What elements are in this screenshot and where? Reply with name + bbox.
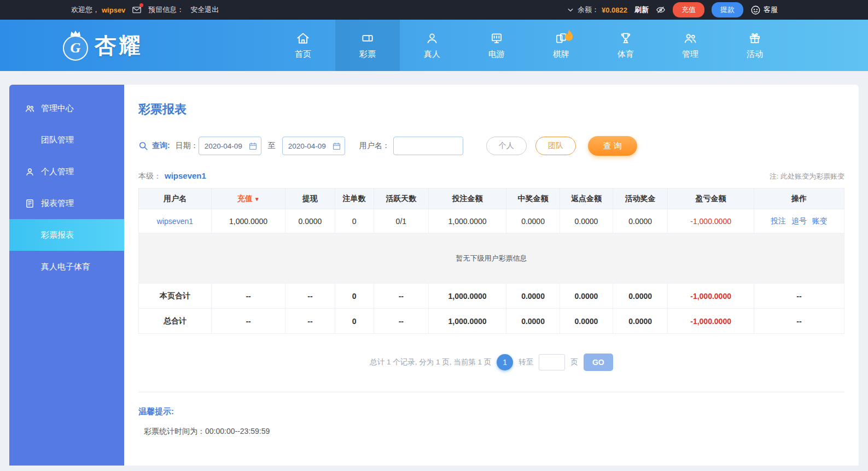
page-title: 彩票报表 xyxy=(138,101,844,117)
col-header-activity-bonus: 活动奖金 xyxy=(613,189,668,209)
col-header-withdraw: 提现 xyxy=(286,189,335,209)
goto-label: 转至 xyxy=(519,357,533,367)
gift-icon xyxy=(748,31,762,45)
cards-icon xyxy=(554,31,568,45)
table-header-row: 用户名 充值▼ 提现 注单数 活跃天数 投注金额 中奖金额 返点金额 活动奖金 … xyxy=(139,189,844,209)
sidebar-item-lottery-report[interactable]: 彩票报表 xyxy=(9,219,124,251)
balance-label: 余额： xyxy=(578,5,599,15)
to-label: 至 xyxy=(268,141,276,151)
customer-service-button[interactable]: 客服 xyxy=(750,5,778,15)
tips-title: 温馨提示: xyxy=(138,407,844,417)
nav-items: 首页 彩票 真人 电游 棋牌 体育 管理 xyxy=(271,20,787,71)
col-header-username: 用户名 xyxy=(139,189,212,209)
lottery-report-table: 用户名 充值▼ 提现 注单数 活跃天数 投注金额 中奖金额 返点金额 活动奖金 … xyxy=(138,188,844,334)
lottery-ticket-icon xyxy=(360,31,375,45)
grand-total-row: 总合计 -- -- 0 -- 1,000.0000 0.0000 0.0000 … xyxy=(139,309,844,334)
username-label: 用户名： xyxy=(359,141,390,151)
caret-down-icon[interactable] xyxy=(567,7,574,13)
sidebar-item-personal-manage[interactable]: 个人管理 xyxy=(9,156,124,187)
cell-rebate: 0.0000 xyxy=(560,209,613,233)
sidebar-item-report-manage[interactable]: 报表管理 xyxy=(9,187,124,219)
goto-page-input[interactable] xyxy=(539,354,565,370)
logout-link[interactable]: 安全退出 xyxy=(190,5,219,15)
action-account-change-link[interactable]: 账变 xyxy=(812,216,828,225)
row-username-link[interactable]: wipseven1 xyxy=(157,217,193,226)
withdraw-button[interactable]: 提款 xyxy=(712,2,743,17)
service-label: 客服 xyxy=(764,5,778,15)
nav-item-sports[interactable]: 体育 xyxy=(593,20,658,71)
username-input[interactable] xyxy=(393,137,463,155)
pagination-summary: 总计 1 个记录, 分为 1 页, 当前第 1 页 xyxy=(370,357,491,367)
tips-content: 彩票统计时间为：00:00:00--23:59:59 xyxy=(138,427,844,437)
col-header-active-days: 活跃天数 xyxy=(374,189,429,209)
nav-item-home[interactable]: 首页 xyxy=(271,20,335,71)
main-panel: 彩票报表 查询: 日期： 至 用户名： 个人 团队 查 询 本级： wipsev… xyxy=(124,85,859,466)
nav-item-lottery[interactable]: 彩票 xyxy=(335,20,400,71)
refresh-button[interactable]: 刷新 xyxy=(634,5,649,15)
brand-name: 杏耀 xyxy=(95,31,143,61)
users-icon xyxy=(25,103,35,114)
brand[interactable]: G 杏耀 xyxy=(63,30,143,61)
empty-row: 暂无下级用户彩票信息 xyxy=(139,233,844,284)
account-change-note: 注: 此处账变为彩票账变 xyxy=(770,172,844,181)
cell-bet-amount: 1,000.0000 xyxy=(429,209,506,233)
date-from-field xyxy=(199,137,261,155)
col-header-actions: 操作 xyxy=(754,189,844,209)
col-header-recharge[interactable]: 充值▼ xyxy=(211,189,285,209)
search-button[interactable]: 查 询 xyxy=(588,136,637,156)
date-to-input[interactable] xyxy=(282,137,345,155)
query-label: 查询: xyxy=(152,141,170,151)
table-row: wipseven1 1,000.0000 0.0000 0 0/1 1,000.… xyxy=(139,209,844,233)
date-to-field xyxy=(282,137,345,155)
action-bet-link[interactable]: 投注 xyxy=(771,216,786,225)
cell-active-days: 0/1 xyxy=(374,209,429,233)
service-icon xyxy=(750,5,761,15)
reserved-info-label: 预留信息： xyxy=(148,5,184,15)
cell-bet-count: 0 xyxy=(335,209,374,233)
nav-item-live[interactable]: 真人 xyxy=(400,20,464,71)
content-layout: 管理中心 团队管理 个人管理 报表管理 彩票报表 真人电子体育 彩票报表 查询:… xyxy=(9,85,859,466)
level-user-link[interactable]: wipseven1 xyxy=(165,171,206,180)
col-header-profit-loss: 盈亏金额 xyxy=(668,189,754,209)
sidebar: 管理中心 团队管理 个人管理 报表管理 彩票报表 真人电子体育 xyxy=(9,85,124,466)
col-header-bet-amount: 投注金额 xyxy=(429,189,506,209)
sidebar-item-team-manage[interactable]: 团队管理 xyxy=(9,124,124,156)
flame-icon xyxy=(562,29,576,45)
eye-slash-icon[interactable] xyxy=(656,5,666,15)
sidebar-item-admin-center[interactable]: 管理中心 xyxy=(9,92,124,124)
welcome-text: 欢迎您， xyxy=(71,5,100,15)
main-nav: G 杏耀 首页 彩票 真人 电游 棋牌 体育 xyxy=(0,20,868,71)
team-filter-button[interactable]: 团队 xyxy=(535,137,576,155)
date-from-input[interactable] xyxy=(199,137,261,155)
go-button[interactable]: GO xyxy=(584,354,613,371)
level-label: 本级： xyxy=(138,172,161,181)
search-bar: 查询: 日期： 至 用户名： 个人 团队 查 询 xyxy=(138,136,844,156)
trophy-icon xyxy=(619,31,633,45)
report-icon xyxy=(25,198,35,209)
nav-item-chess[interactable]: 棋牌 xyxy=(529,20,593,71)
cell-win-amount: 0.0000 xyxy=(506,209,560,233)
level-row: 本级： wipseven1 注: 此处账变为彩票账变 xyxy=(138,171,844,181)
cell-recharge: 1,000.0000 xyxy=(211,209,285,233)
page-1-button[interactable]: 1 xyxy=(497,354,513,370)
recharge-button[interactable]: 充值 xyxy=(673,2,704,17)
col-header-rebate: 返点金额 xyxy=(560,189,613,209)
cell-profit-loss: -1,000.0000 xyxy=(668,209,754,233)
cell-activity-bonus: 0.0000 xyxy=(613,209,668,233)
balance-value: ¥0.0822 xyxy=(602,6,627,14)
nav-item-egames[interactable]: 电游 xyxy=(464,20,529,71)
unread-dot xyxy=(139,3,143,7)
nav-item-manage[interactable]: 管理 xyxy=(658,20,723,71)
cell-actions: 投注 追号 账变 xyxy=(754,209,844,233)
person-icon xyxy=(425,31,439,45)
nav-item-activity[interactable]: 活动 xyxy=(723,20,787,71)
brand-logo: G xyxy=(63,30,88,61)
logo-letter: G xyxy=(71,40,81,56)
page-unit-label: 页 xyxy=(570,357,578,367)
action-chase-link[interactable]: 追号 xyxy=(791,216,807,225)
personal-filter-button[interactable]: 个人 xyxy=(486,137,527,155)
sidebar-item-live-egame-sports[interactable]: 真人电子体育 xyxy=(9,251,124,282)
envelope-icon[interactable] xyxy=(132,5,142,15)
col-header-bet-count: 注单数 xyxy=(335,189,374,209)
user-icon xyxy=(25,167,35,177)
